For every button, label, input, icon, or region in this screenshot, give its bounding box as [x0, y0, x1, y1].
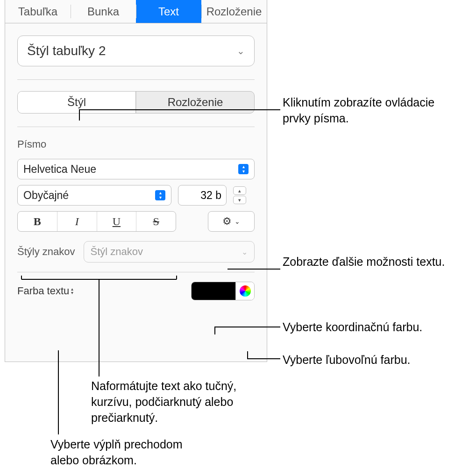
- character-style-placeholder: Štýl znakov: [91, 246, 143, 258]
- text-color-popup[interactable]: Farba textu ▴▾: [17, 285, 73, 297]
- advanced-options-button[interactable]: ⚙ ⌄: [208, 211, 255, 232]
- updown-icon: ▴▾: [238, 164, 249, 174]
- font-weight-value: Obyčajné: [23, 189, 69, 202]
- font-family-select[interactable]: Helvetica Neue ▴▾: [17, 159, 255, 179]
- callout-any-color: Vyberte ľubovoľnú farbu.: [283, 352, 411, 368]
- paragraph-style-select[interactable]: Štýl tabuľky 2 ⌄: [17, 36, 255, 66]
- font-family-value: Helvetica Neue: [23, 163, 96, 176]
- callout-coord-color: Vyberte koordinačnú farbu.: [283, 320, 422, 335]
- divider: [17, 127, 255, 127]
- divider: [17, 272, 255, 272]
- bold-button[interactable]: B: [18, 212, 57, 231]
- tab-text[interactable]: Text: [136, 0, 201, 23]
- italic-button[interactable]: I: [57, 212, 97, 231]
- main-tabs: Tabuľka Bunka Text Rozloženie: [5, 0, 267, 23]
- text-color-label: Farba textu: [17, 285, 69, 297]
- character-styles-label: Štýly znakov: [17, 246, 75, 258]
- updown-icon: ▴▾: [71, 287, 73, 295]
- character-style-select[interactable]: Štýl znakov ⌄: [84, 241, 255, 263]
- text-color-swatches: [191, 282, 255, 300]
- segment-layout[interactable]: Rozloženie: [136, 92, 254, 113]
- segment-style[interactable]: Štýl: [18, 92, 136, 113]
- color-well-button[interactable]: [192, 282, 235, 300]
- color-wheel-icon: [240, 285, 251, 297]
- size-step-down[interactable]: ▾: [233, 196, 246, 204]
- size-step-up[interactable]: ▴: [233, 186, 246, 195]
- format-panel: Tabuľka Bunka Text Rozloženie Štýl tabuľ…: [5, 0, 267, 362]
- text-style-group: B I U S: [17, 211, 176, 232]
- chevron-down-icon: ⌄: [235, 218, 240, 225]
- callout-font-controls: Kliknutím zobrazíte ovládacie prvky písm…: [283, 95, 455, 127]
- updown-icon: ▴▾: [155, 190, 165, 200]
- strikethrough-button[interactable]: S: [136, 212, 176, 231]
- gear-icon: ⚙: [222, 215, 232, 227]
- color-picker-button[interactable]: [235, 282, 254, 300]
- paragraph-style-label: Štýl tabuľky 2: [27, 43, 106, 58]
- chevron-down-icon: ⌄: [242, 248, 248, 256]
- style-layout-segment: Štýl Rozloženie: [17, 91, 255, 114]
- chevron-down-icon: ⌄: [237, 45, 245, 57]
- callout-bius: Naformátujte text ako tučný, kurzívu, po…: [91, 378, 264, 426]
- font-size-field[interactable]: 32 b: [178, 185, 227, 206]
- tab-cell[interactable]: Bunka: [71, 0, 136, 23]
- underline-button[interactable]: U: [97, 212, 136, 231]
- divider: [17, 79, 255, 80]
- panel-body: Štýl tabuľky 2 ⌄ Štýl Rozloženie Písmo H…: [5, 23, 267, 310]
- font-section-label: Písmo: [17, 138, 255, 150]
- font-size-value: 32 b: [200, 189, 221, 202]
- font-weight-select[interactable]: Obyčajné ▴▾: [17, 185, 171, 206]
- callout-fill: Vyberte výplň prechodom alebo obrázkom.: [50, 437, 209, 469]
- tab-layout[interactable]: Rozloženie: [201, 0, 267, 23]
- font-size-stepper: ▴ ▾: [233, 185, 247, 206]
- callout-more-options: Zobrazte ďalšie možnosti textu.: [283, 254, 445, 270]
- tab-table[interactable]: Tabuľka: [5, 0, 71, 23]
